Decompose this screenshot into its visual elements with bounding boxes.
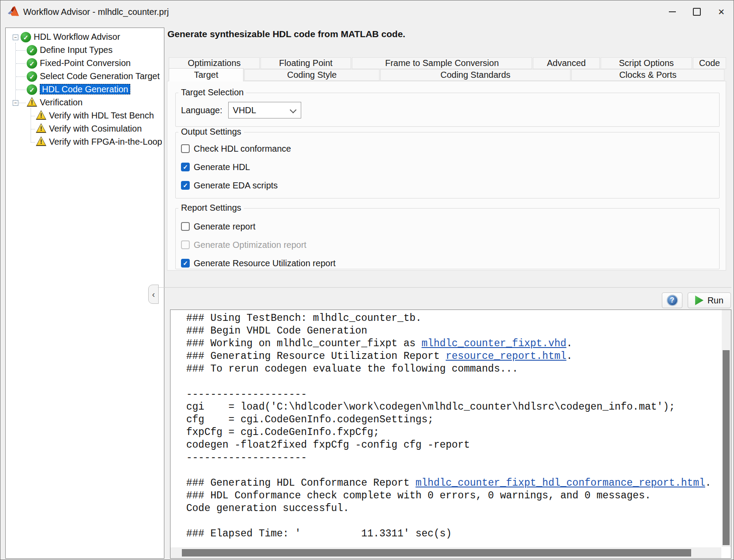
console-text-segment: -------------------- [186, 452, 307, 463]
checkbox-label: Generate report [194, 222, 255, 232]
tab-coding-style[interactable]: Coding Style [244, 69, 379, 81]
workflow-advisor-window: Workflow Advisor - mlhdlc_counter.prj ✕ … [0, 0, 734, 560]
tree-item-verification[interactable]: −Verification [6, 96, 164, 109]
warning-icon [36, 123, 46, 133]
tab-advanced[interactable]: Advanced [533, 57, 600, 69]
report-settings-group: Report Settings Generate reportGenerate … [175, 208, 720, 269]
language-dropdown[interactable]: VHDL [228, 102, 301, 118]
console-text-segment: cgi = load('C:\hdlcoder\work\codegen\mlh… [186, 401, 675, 413]
horizontal-scrollbar-thumb[interactable] [182, 549, 691, 557]
tree-item-verify-with-hdl-test-bench[interactable]: Verify with HDL Test Bench [6, 109, 164, 122]
console-line: ### Generating HDL Conformance Report ml… [186, 477, 721, 490]
tree-item-verify-with-cosimulation[interactable]: Verify with Cosimulation [6, 122, 164, 136]
console-link-resource-report-html[interactable]: resource_report.html [446, 351, 567, 362]
console-link-mlhdlc-counter-fixpt-hdl-conformance-report-html[interactable]: mlhdlc_counter_fixpt_hdl_conformance_rep… [416, 477, 706, 489]
console-line [186, 376, 721, 388]
tab-optimizations[interactable]: Optimizations [169, 57, 260, 69]
titlebar[interactable]: Workflow Advisor - mlhdlc_counter.prj ✕ [0, 0, 734, 23]
checkbox-generate-resource-utilization-report[interactable]: ✓ [181, 259, 190, 268]
tree-item-hdl-workflow-advisor[interactable]: −✓HDL Workflow Advisor [6, 31, 164, 44]
check-passed-icon: ✓ [27, 58, 37, 69]
tree-item-select-code-generation-target[interactable]: ✓Select Code Generation Target [6, 70, 164, 83]
tree-item-label[interactable]: Fixed-Point Conversion [40, 58, 131, 68]
run-button[interactable]: Run [688, 292, 731, 308]
collapse-panel-handle[interactable]: ‹ [148, 285, 159, 304]
maximize-button[interactable] [685, 0, 709, 23]
console-line: ### Using TestBench: mlhdlc_counter_tb. [186, 312, 721, 325]
console-horizontal-scrollbar[interactable] [170, 547, 721, 558]
close-button[interactable]: ✕ [709, 0, 734, 23]
checkbox-generate-hdl[interactable]: ✓ [181, 163, 190, 171]
console-line: ### To rerun codegen evaluate the follow… [186, 363, 721, 376]
tree-item-label[interactable]: Select Code Generation Target [40, 71, 160, 81]
console-output[interactable]: ### Using TestBench: mlhdlc_counter_tb.#… [170, 310, 721, 547]
option-row-generate-hdl: ✓Generate HDL [176, 158, 719, 176]
tree-item-label[interactable]: Verify with HDL Test Bench [49, 110, 154, 121]
console-text-segment: ### Begin VHDL Code Generation [186, 325, 367, 337]
console-line: cfg = cgi.CodeGenInfo.codegenSettings; [186, 414, 721, 426]
console-line: ### Working on mlhdlc_counter_fixpt as m… [186, 337, 721, 350]
language-label: Language: [181, 105, 223, 115]
tab-clocks-ports[interactable]: Clocks & Ports [571, 69, 724, 81]
console-line: codegen -float2fixed fxpCfg -config cfg … [186, 439, 721, 452]
tab-target[interactable]: Target [169, 68, 244, 81]
warning-icon [36, 136, 46, 146]
maximize-icon [693, 8, 701, 16]
window-title: Workflow Advisor - mlhdlc_counter.prj [23, 0, 169, 23]
target-selection-legend: Target Selection [178, 87, 246, 97]
tree-item-label[interactable]: HDL Code Generation [40, 84, 130, 94]
close-icon: ✕ [718, 8, 725, 16]
console-line: cgi = load('C:\hdlcoder\work\codegen\mlh… [186, 401, 721, 414]
minimize-icon [669, 11, 676, 12]
console-text-segment: . [567, 351, 573, 362]
chevron-down-icon [289, 107, 296, 114]
target-tab-content: Target Selection Language: VHDL Output S… [167, 81, 726, 271]
tab-coding-standards[interactable]: Coding Standards [380, 69, 571, 81]
report-settings-legend: Report Settings [178, 203, 244, 213]
tab-frame-to-sample-conversion[interactable]: Frame to Sample Conversion [352, 57, 532, 69]
check-passed-icon: ✓ [27, 84, 37, 95]
console-link-mlhdlc-counter-fixpt-vhd[interactable]: mlhdlc_counter_fixpt.vhd [421, 338, 566, 349]
console-line: ### HDL Conformance check complete with … [186, 490, 721, 502]
minimize-button[interactable] [660, 0, 685, 23]
console-text-segment: ### Generating Resource Utilization Repo… [186, 351, 446, 362]
tree-item-label[interactable]: HDL Workflow Advisor [34, 31, 120, 42]
expander-minus-icon[interactable]: − [13, 100, 18, 106]
tree-item-define-input-types[interactable]: ✓Define Input Types [6, 44, 164, 57]
tree-item-hdl-code-generation[interactable]: ✓HDL Code Generation [6, 83, 164, 96]
run-play-icon [695, 296, 703, 305]
checkbox-generate-eda-scripts[interactable]: ✓ [181, 181, 190, 190]
tree-item-label[interactable]: Verify with FPGA-in-the-Loop [49, 136, 162, 147]
console-text-segment: codegen -float2fixed fxpCfg -config cfg … [186, 439, 470, 451]
checkbox-label: Generate EDA scripts [194, 181, 278, 191]
checkbox-generate-report[interactable] [181, 222, 190, 231]
warning-icon [27, 97, 37, 107]
tree-item-fixed-point-conversion[interactable]: ✓Fixed-Point Conversion [6, 57, 164, 70]
console-line: ### Begin VHDL Code Generation [186, 325, 721, 337]
console-text-segment: ### Generating HDL Conformance Report [186, 477, 416, 489]
target-selection-group: Target Selection Language: VHDL [175, 93, 720, 127]
tab-code[interactable]: Code [693, 57, 726, 69]
vertical-scrollbar-thumb[interactable] [723, 350, 730, 545]
console-line: fxpCfg = cgi.CodeGenInfo.fxpCfg; [186, 426, 721, 439]
tab-script-options[interactable]: Script Options [601, 57, 692, 69]
output-settings-legend: Output Settings [178, 127, 244, 137]
expander-minus-icon[interactable]: − [13, 35, 18, 40]
check-passed-icon: ✓ [21, 32, 31, 42]
console-text-segment: ### Elapsed Time: ' 11.3311' sec(s) [186, 528, 452, 539]
tree-item-label[interactable]: Define Input Types [40, 45, 112, 55]
tree-item-verify-with-fpga-in-the-loop[interactable]: Verify with FPGA-in-the-Loop [6, 136, 164, 149]
console-line: -------------------- [186, 388, 721, 401]
tab-row-top: OptimizationsFloating PointFrame to Samp… [169, 57, 727, 69]
tree-item-label[interactable]: Verification [40, 97, 83, 108]
console-text-segment: . [705, 477, 711, 489]
checkbox-label: Generate Resource Utilization report [194, 258, 336, 268]
checkbox-generate-optimization-report [181, 240, 190, 249]
run-button-label: Run [707, 296, 724, 306]
tree-item-label[interactable]: Verify with Cosimulation [49, 123, 142, 134]
checkbox-check-hdl-conformance[interactable] [181, 144, 190, 153]
help-button[interactable]: ? [662, 292, 682, 308]
console-vertical-scrollbar[interactable] [722, 310, 731, 547]
console-line [186, 515, 721, 528]
tab-floating-point[interactable]: Floating Point [261, 57, 351, 69]
